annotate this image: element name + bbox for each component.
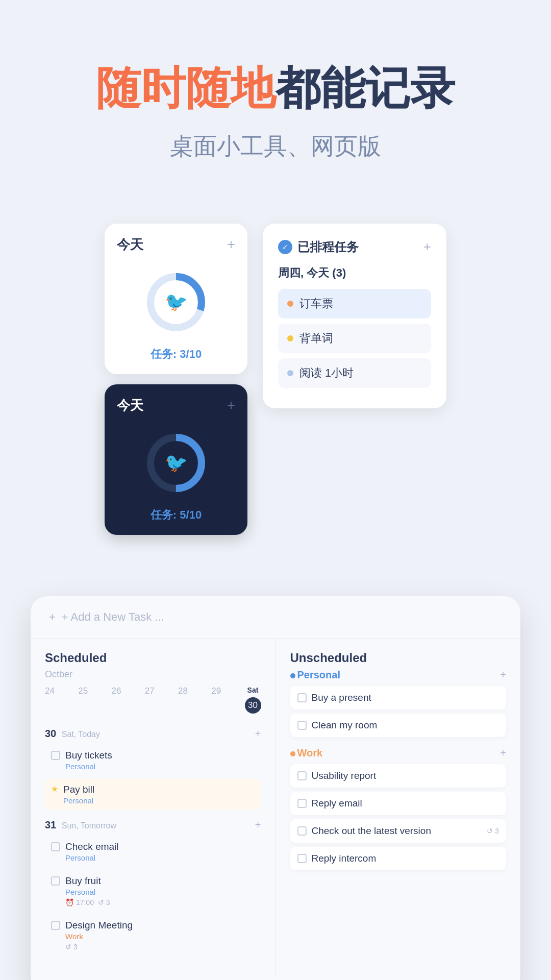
clean-room-name: Clean my room (312, 720, 499, 731)
pay-bill-name: Pay bill (63, 784, 255, 795)
unsched-work-plus[interactable]: + (500, 747, 506, 759)
cal-day-30[interactable]: Sat 30 (245, 686, 261, 714)
unsched-group-work: Work + Usability report Reply email (290, 747, 507, 870)
cal-day-num-25: 25 (78, 686, 88, 696)
widget-light: 今天 + 🐦 任务: 3/10 (105, 224, 247, 374)
sched-task-design-meeting[interactable]: Design Meeting Work ↺ 3 (45, 915, 261, 956)
dot-yellow (287, 335, 293, 341)
unsched-task-reply-intercom[interactable]: Reply intercom (290, 847, 507, 870)
day-30-num: 30 (45, 728, 56, 739)
day-31-sub: Sun, Tomorrow (62, 821, 116, 830)
buy-tickets-name: Buy tickets (65, 750, 255, 761)
add-task-bar[interactable]: + + Add a New Task ... (31, 596, 520, 639)
donut-light-bird: 🐦 (165, 291, 188, 313)
check-email-checkbox[interactable] (51, 842, 60, 851)
buy-present-name: Buy a present (312, 692, 499, 703)
buy-fruit-tag: Personal (65, 888, 255, 896)
latest-version-name: Check out the latest version (312, 825, 482, 837)
cal-day-27[interactable]: 27 (145, 686, 155, 714)
design-meeting-checkbox[interactable] (51, 921, 60, 930)
buy-fruit-meta: ⏰ 17:00 ↺ 3 (65, 898, 255, 906)
scheduled-task-2-name: 背单词 (299, 331, 333, 346)
buy-tickets-checkbox[interactable] (51, 751, 60, 760)
unsched-task-buy-present[interactable]: Buy a present (290, 686, 507, 709)
widget-section: 今天 + 🐦 任务: 3/10 今天 + (0, 193, 551, 576)
cal-day-num-27: 27 (145, 686, 155, 696)
cal-day-label-30: Sat (247, 686, 259, 694)
unsched-task-reply-email[interactable]: Reply email (290, 792, 507, 815)
hero-section: 随时随地都能记录 桌面小工具、网页版 (0, 0, 551, 193)
buy-fruit-sub: ↺ 3 (98, 898, 110, 906)
buy-fruit-checkbox[interactable] (51, 876, 60, 886)
dot-light-blue (287, 370, 293, 376)
design-meeting-sub: ↺ 3 (65, 943, 78, 951)
cal-day-29[interactable]: 29 (211, 686, 221, 714)
unsched-group-personal: Personal + Buy a present Clean my room (290, 669, 507, 737)
scheduled-widget-title: 已排程任务 (297, 239, 359, 255)
scheduled-col-title: Scheduled (45, 651, 261, 665)
sched-task-pay-bill[interactable]: ★ Pay bill Personal (45, 779, 261, 810)
widget-dark-plus[interactable]: + (227, 397, 235, 413)
cal-day-num-29: 29 (211, 686, 221, 696)
cal-day-26[interactable]: 26 (112, 686, 121, 714)
usability-name: Usability report (312, 770, 499, 781)
scheduled-widget-card: ✓ 已排程任务 + 周四, 今天 (3) 订车票 背单词 阅读 1小时 (263, 224, 446, 408)
design-meeting-tag: Work (65, 932, 255, 941)
reply-intercom-name: Reply intercom (312, 853, 499, 864)
add-task-placeholder[interactable]: + Add a New Task ... (62, 610, 164, 624)
widget-dark-count: 任务: 5/10 (151, 507, 202, 523)
buy-fruit-time: ⏰ 17:00 (65, 898, 94, 906)
add-task-plus-icon: + (49, 610, 56, 624)
widget-light-plus[interactable]: + (227, 236, 235, 253)
cal-day-25[interactable]: 25 (78, 686, 88, 714)
scheduled-header-left: ✓ 已排程任务 (278, 239, 359, 255)
widget-dark-title: 今天 (117, 397, 143, 414)
unscheduled-col-title: Unscheduled (290, 651, 507, 665)
unsched-personal-plus[interactable]: + (500, 669, 506, 681)
unscheduled-column: Unscheduled Personal + Buy a present (276, 639, 521, 977)
day-group-30-label: 30 Sat, Today (45, 728, 100, 740)
check-email-name: Check email (65, 841, 255, 852)
donut-dark-bird: 🐦 (165, 452, 188, 474)
check-email-tag: Personal (65, 853, 255, 862)
day-group-30-header: 30 Sat, Today + (45, 728, 261, 740)
hero-title: 随时随地都能记录 (31, 61, 520, 115)
cal-day-28[interactable]: 28 (178, 686, 188, 714)
unsched-task-usability[interactable]: Usability report (290, 764, 507, 788)
sched-task-buy-fruit[interactable]: Buy fruit Personal ⏰ 17:00 ↺ 3 (45, 870, 261, 912)
scheduled-column: Scheduled Octber 24 25 26 27 (31, 639, 276, 977)
usability-checkbox[interactable] (297, 771, 307, 780)
reply-email-name: Reply email (312, 798, 499, 809)
buy-tickets-tag: Personal (65, 762, 255, 771)
sched-task-buy-tickets[interactable]: Buy tickets Personal (45, 745, 261, 776)
cal-day-num-28: 28 (178, 686, 188, 696)
day-group-31-label: 31 Sun, Tomorrow (45, 819, 116, 831)
sched-task-check-email[interactable]: Check email Personal (45, 836, 261, 867)
design-meeting-content: Design Meeting Work ↺ 3 (65, 920, 255, 951)
scheduled-task-2: 背单词 (278, 324, 431, 353)
hero-subtitle: 桌面小工具、网页版 (31, 131, 520, 162)
unsched-task-latest-version[interactable]: Check out the latest version ↺ 3 (290, 819, 507, 843)
two-column-layout: Scheduled Octber 24 25 26 27 (31, 639, 520, 977)
unsched-work-header: Work + (290, 747, 507, 759)
widget-light-header: 今天 + (117, 236, 235, 254)
widget-light-count: 任务: 3/10 (151, 347, 202, 362)
reply-email-checkbox[interactable] (297, 799, 307, 808)
latest-version-checkbox[interactable] (297, 826, 307, 836)
cal-day-24[interactable]: 24 (45, 686, 55, 714)
clean-room-checkbox[interactable] (297, 721, 307, 730)
hero-title-normal: 都能记录 (276, 63, 455, 113)
latest-version-sub: ↺ 3 (487, 827, 499, 835)
widget-dark: 今天 + 🐦 任务: 5/10 (105, 384, 247, 535)
day-30-add[interactable]: + (255, 728, 261, 740)
hero-title-highlight: 随时随地 (96, 63, 276, 113)
day-31-add[interactable]: + (255, 819, 261, 831)
scheduled-widget-plus[interactable]: + (423, 239, 431, 255)
unsched-task-clean-room[interactable]: Clean my room (290, 714, 507, 737)
widget-light-title: 今天 (117, 236, 143, 254)
check-icon: ✓ (278, 240, 292, 254)
work-dot (290, 751, 295, 756)
buy-present-checkbox[interactable] (297, 693, 307, 702)
reply-intercom-checkbox[interactable] (297, 854, 307, 863)
pay-bill-tag: Personal (63, 796, 255, 805)
